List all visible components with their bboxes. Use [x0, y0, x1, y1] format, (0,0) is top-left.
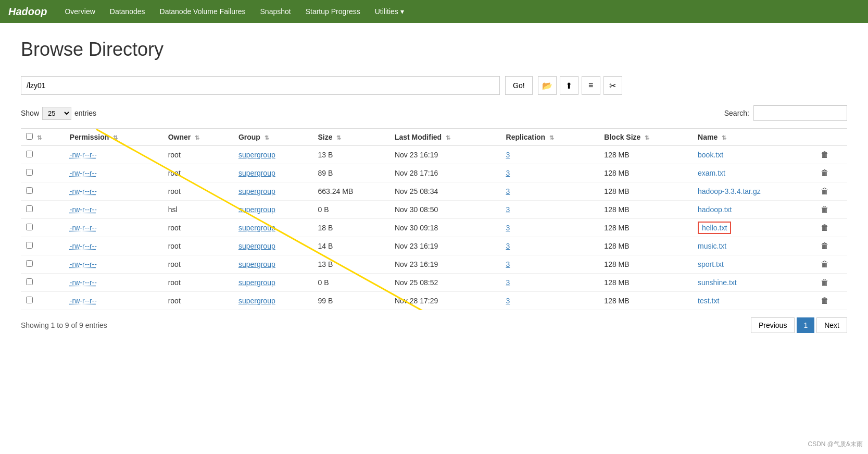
file-name-cell[interactable]: music.txt [698, 242, 726, 250]
replication-cell[interactable]: 3 [506, 297, 510, 305]
nav-items: OverviewDatanodesDatanode Volume Failure… [57, 0, 411, 23]
last-modified-cell: Nov 23 16:19 [389, 237, 501, 255]
nav-item-datanodes[interactable]: Datanodes [103, 0, 153, 23]
permission-cell[interactable]: -rw-r--r-- [70, 151, 97, 159]
delete-icon[interactable]: 🗑 [821, 241, 829, 250]
file-name-cell[interactable]: hadoop-3.3.4.tar.gz [698, 187, 761, 195]
file-name-cell-highlighted[interactable]: hello.txt [698, 222, 731, 234]
row-checkbox-2[interactable] [26, 187, 33, 194]
group-cell[interactable]: supergroup [238, 205, 275, 214]
current-page[interactable]: 1 [797, 317, 814, 333]
row-checkbox-6[interactable] [26, 260, 33, 267]
permission-col[interactable]: Permission ⇅ [65, 129, 163, 146]
row-checkbox-1[interactable] [26, 169, 33, 176]
next-button[interactable]: Next [816, 317, 847, 333]
delete-icon[interactable]: 🗑 [821, 296, 829, 305]
delete-icon[interactable]: 🗑 [821, 150, 829, 159]
last-modified-cell: Nov 23 16:19 [389, 255, 501, 274]
size-col[interactable]: Size ⇅ [313, 129, 389, 146]
last-modified-col[interactable]: Last Modified ⇅ [389, 129, 501, 146]
controls-row: Show 102550100 entries Search: [21, 105, 847, 121]
replication-cell[interactable]: 3 [506, 242, 510, 250]
replication-cell[interactable]: 3 [506, 224, 510, 232]
permission-cell[interactable]: -rw-r--r-- [70, 169, 97, 177]
settings-icon-btn[interactable]: ✂ [603, 76, 622, 95]
group-col[interactable]: Group ⇅ [233, 129, 313, 146]
search-area: Search: [724, 105, 847, 121]
replication-col[interactable]: Replication ⇅ [501, 129, 599, 146]
group-cell[interactable]: supergroup [238, 278, 275, 287]
owner-cell: root [163, 219, 233, 237]
permission-cell[interactable]: -rw-r--r-- [70, 187, 97, 195]
block-size-cell: 128 MB [599, 146, 693, 164]
owner-cell: root [163, 182, 233, 201]
permission-cell[interactable]: -rw-r--r-- [70, 205, 97, 214]
group-cell[interactable]: supergroup [238, 187, 275, 195]
nav-item-snapshot[interactable]: Snapshot [253, 0, 298, 23]
row-checkbox-5[interactable] [26, 242, 33, 249]
group-cell[interactable]: supergroup [238, 169, 275, 177]
table-row: -rw-r--r--rootsupergroup13 BNov 23 16:19… [21, 255, 847, 274]
delete-icon[interactable]: 🗑 [821, 205, 829, 214]
owner-cell: hsl [163, 201, 233, 219]
row-checkbox-8[interactable] [26, 297, 33, 303]
delete-icon[interactable]: 🗑 [821, 260, 829, 268]
delete-icon[interactable]: 🗑 [821, 223, 829, 232]
row-checkbox-4[interactable] [26, 224, 33, 230]
delete-icon[interactable]: 🗑 [821, 168, 829, 177]
table-row: -rw-r--r--rootsupergroup14 BNov 23 16:19… [21, 237, 847, 255]
group-cell[interactable]: supergroup [238, 151, 275, 159]
permission-cell[interactable]: -rw-r--r-- [70, 260, 97, 268]
permission-cell[interactable]: -rw-r--r-- [70, 297, 97, 305]
list-icon-btn[interactable]: ≡ [582, 76, 600, 95]
permission-cell[interactable]: -rw-r--r-- [70, 278, 97, 287]
permission-cell[interactable]: -rw-r--r-- [70, 224, 97, 232]
block-size-cell: 128 MB [599, 164, 693, 182]
folder-icon-btn[interactable]: 📂 [538, 76, 557, 95]
file-name-cell[interactable]: sport.txt [698, 260, 724, 268]
file-name-cell[interactable]: book.txt [698, 151, 723, 159]
group-cell[interactable]: supergroup [238, 242, 275, 250]
row-checkbox-7[interactable] [26, 278, 33, 285]
navbar: Hadoop OverviewDatanodesDatanode Volume … [0, 0, 868, 23]
row-checkbox-3[interactable] [26, 205, 33, 212]
path-input[interactable] [21, 76, 500, 95]
nav-item-overview[interactable]: Overview [57, 0, 102, 23]
search-input[interactable] [753, 105, 847, 121]
show-label: Show [21, 109, 39, 117]
nav-item-datanode-volume-failures[interactable]: Datanode Volume Failures [153, 0, 253, 23]
entries-select[interactable]: 102550100 [42, 107, 71, 120]
file-name-cell[interactable]: sunshine.txt [698, 278, 737, 287]
replication-cell[interactable]: 3 [506, 151, 510, 159]
replication-cell[interactable]: 3 [506, 278, 510, 287]
delete-icon[interactable]: 🗑 [821, 187, 829, 195]
brand: Hadoop [8, 6, 47, 18]
table-row: -rw-r--r--rootsupergroup99 BNov 28 17:29… [21, 292, 847, 310]
nav-item-startup-progress[interactable]: Startup Progress [298, 0, 368, 23]
upload-icon-btn[interactable]: ⬆ [560, 76, 578, 95]
owner-col[interactable]: Owner ⇅ [163, 129, 233, 146]
group-cell[interactable]: supergroup [238, 224, 275, 232]
name-col[interactable]: Name ⇅ [693, 129, 815, 146]
replication-cell[interactable]: 3 [506, 260, 510, 268]
block-size-col[interactable]: Block Size ⇅ [599, 129, 693, 146]
previous-button[interactable]: Previous [751, 317, 795, 333]
file-name-cell[interactable]: exam.txt [698, 169, 725, 177]
file-name-cell[interactable]: test.txt [698, 297, 719, 305]
block-size-cell: 128 MB [599, 274, 693, 292]
nav-item-utilities[interactable]: Utilities ▾ [368, 0, 411, 23]
replication-cell[interactable]: 3 [506, 187, 510, 195]
group-cell[interactable]: supergroup [238, 260, 275, 268]
replication-cell[interactable]: 3 [506, 169, 510, 177]
replication-cell[interactable]: 3 [506, 205, 510, 214]
file-name-cell[interactable]: hadoop.txt [698, 205, 732, 214]
delete-icon[interactable]: 🗑 [821, 278, 829, 287]
last-modified-cell: Nov 28 17:16 [389, 164, 501, 182]
sort-icon: ⇅ [37, 134, 42, 141]
group-cell[interactable]: supergroup [238, 297, 275, 305]
row-checkbox-0[interactable] [26, 151, 33, 157]
select-all-checkbox[interactable] [26, 133, 33, 140]
go-button[interactable]: Go! [505, 76, 533, 95]
permission-cell[interactable]: -rw-r--r-- [70, 242, 97, 250]
last-modified-cell: Nov 30 08:50 [389, 201, 501, 219]
